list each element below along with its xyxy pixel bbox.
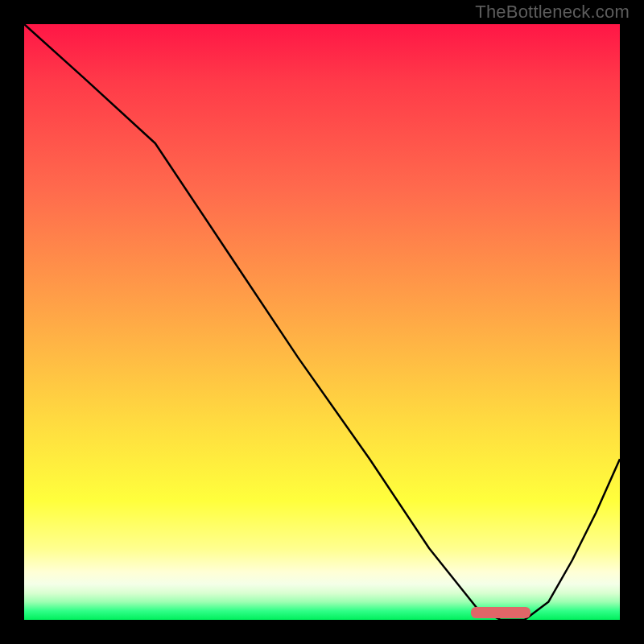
bottleneck-curve <box>24 24 620 620</box>
chart-overlay <box>24 24 620 620</box>
optimal-marker <box>471 607 530 618</box>
chart-container: TheBottleneck.com <box>0 0 644 644</box>
plot-area <box>24 24 620 620</box>
watermark-text: TheBottleneck.com <box>475 2 630 23</box>
